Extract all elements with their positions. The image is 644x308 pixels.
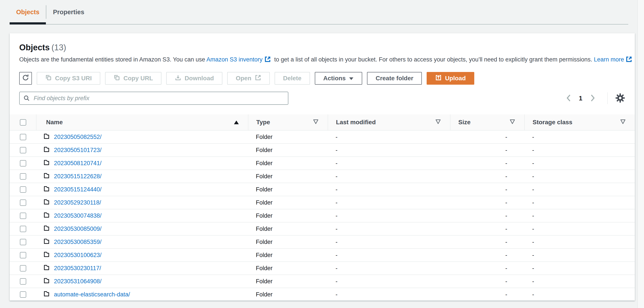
object-link[interactable]: automate-elasticsearch-data/	[54, 291, 130, 298]
row-checkbox[interactable]	[20, 291, 26, 298]
learn-more-link[interactable]: Learn more	[594, 56, 624, 63]
last-modified-cell: -	[328, 249, 450, 261]
row-checkbox[interactable]	[20, 252, 26, 258]
last-modified-cell: -	[328, 157, 450, 170]
row-checkbox[interactable]	[20, 186, 26, 193]
name-cell: 20230530085359/	[36, 236, 248, 248]
column-header-name[interactable]: Name	[36, 114, 248, 130]
row-checkbox[interactable]	[20, 239, 26, 245]
search-icon	[23, 95, 30, 102]
last-modified-cell: -	[328, 222, 450, 235]
filter-icon[interactable]	[436, 119, 441, 126]
column-header-size[interactable]: Size	[450, 114, 524, 130]
description-text-1: Objects are the fundamental entities sto…	[19, 56, 206, 63]
object-link[interactable]: 20230505101723/	[54, 147, 102, 153]
name-cell: 20230515122628/	[36, 170, 248, 183]
name-cell: 20230531064908/	[36, 275, 248, 288]
row-checkbox[interactable]	[20, 213, 26, 219]
download-icon	[175, 74, 181, 82]
storage-class-cell: -	[524, 183, 635, 196]
name-cell: 20230505101723/	[36, 144, 248, 157]
row-checkbox-cell	[10, 236, 36, 248]
object-link[interactable]: 20230530085359/	[54, 239, 102, 245]
object-link[interactable]: 20230531064908/	[54, 278, 102, 285]
refresh-button[interactable]	[19, 72, 32, 85]
actions-menu-button[interactable]: Actions	[315, 72, 362, 85]
s3-console-view: Objects Properties Objects(13) Objects a…	[0, 0, 644, 308]
size-cell: -	[450, 183, 524, 196]
next-page-button[interactable]	[588, 93, 598, 103]
tab-properties[interactable]: Properties	[46, 0, 91, 24]
object-link[interactable]: 20230530074838/	[54, 212, 102, 219]
object-link[interactable]: 20230515124440/	[54, 186, 102, 193]
preferences-button[interactable]	[615, 93, 625, 104]
row-checkbox[interactable]	[20, 226, 26, 232]
filter-icon[interactable]	[313, 119, 318, 126]
column-label-name: Name	[46, 119, 63, 126]
row-checkbox-cell	[10, 249, 36, 261]
object-link[interactable]: 20230530100623/	[54, 252, 102, 259]
search-input[interactable]	[19, 92, 288, 105]
object-link[interactable]: 20230529230118/	[54, 199, 101, 206]
row-checkbox[interactable]	[20, 173, 26, 180]
row-checkbox-cell	[10, 144, 36, 157]
name-cell: 20230530074838/	[36, 209, 248, 222]
description-text-2: to get a list of all objects in your buc…	[273, 56, 594, 63]
table-row: 20230529230118/ Folder - - -	[10, 196, 635, 209]
object-link[interactable]: 20230530085009/	[54, 226, 102, 232]
row-checkbox[interactable]	[20, 147, 26, 153]
row-checkbox[interactable]	[20, 265, 26, 271]
download-button: Download	[166, 72, 222, 85]
folder-icon	[43, 186, 50, 194]
select-all-checkbox[interactable]	[20, 119, 26, 125]
row-checkbox[interactable]	[20, 134, 26, 140]
last-modified-cell: -	[328, 144, 450, 157]
download-label: Download	[184, 75, 214, 82]
row-checkbox[interactable]	[20, 160, 26, 167]
s3-inventory-link[interactable]: Amazon S3 inventory	[206, 56, 262, 63]
object-toolbar: Copy S3 URI Copy URL Download Open Delet…	[19, 72, 625, 85]
external-link-icon	[255, 74, 261, 82]
column-header-type[interactable]: Type	[248, 114, 328, 130]
object-link[interactable]: 20230530230117/	[54, 265, 101, 272]
row-checkbox[interactable]	[20, 200, 26, 206]
name-cell: 20230529230118/	[36, 196, 248, 209]
last-modified-cell: -	[328, 131, 450, 143]
filter-icon[interactable]	[620, 119, 626, 126]
type-cell: Folder	[248, 144, 328, 157]
external-link-icon	[264, 56, 271, 65]
delete-label: Delete	[283, 75, 302, 82]
storage-class-cell: -	[524, 196, 635, 209]
storage-class-cell: -	[524, 262, 635, 274]
object-link[interactable]: 20230505082552/	[54, 134, 102, 140]
folder-icon	[43, 290, 50, 298]
column-header-last-modified[interactable]: Last modified	[328, 114, 450, 130]
row-checkbox[interactable]	[20, 278, 26, 285]
size-cell: -	[450, 222, 524, 235]
objects-table: Name Type Last modified Size	[10, 114, 635, 300]
create-folder-button[interactable]: Create folder	[367, 72, 422, 85]
upload-button[interactable]: Upload	[427, 72, 474, 85]
filter-icon[interactable]	[510, 119, 515, 126]
type-cell: Folder	[248, 275, 328, 288]
type-cell: Folder	[248, 196, 328, 209]
type-cell: Folder	[248, 183, 328, 196]
object-link[interactable]: 20230515122628/	[54, 173, 102, 180]
scrollbar[interactable]	[638, 0, 644, 308]
object-link[interactable]: 20230508120741/	[54, 160, 102, 167]
panel-title-text: Objects	[19, 43, 50, 52]
storage-class-cell: -	[524, 144, 635, 157]
pager-divider	[607, 92, 608, 104]
copy-s3-uri-button: Copy S3 URI	[37, 72, 100, 85]
tab-bar: Objects Properties	[10, 0, 628, 25]
tab-objects[interactable]: Objects	[10, 0, 46, 24]
storage-class-cell: -	[524, 249, 635, 261]
column-header-storage-class[interactable]: Storage class	[524, 114, 635, 130]
size-cell: -	[450, 288, 524, 300]
folder-icon	[43, 238, 50, 246]
table-row: 20230515122628/ Folder - - -	[10, 170, 635, 183]
table-row: automate-elasticsearch-data/ Folder - - …	[10, 288, 635, 300]
row-checkbox-cell	[10, 209, 36, 222]
type-cell: Folder	[248, 249, 328, 261]
table-row: 20230531064908/ Folder - - -	[10, 275, 635, 288]
